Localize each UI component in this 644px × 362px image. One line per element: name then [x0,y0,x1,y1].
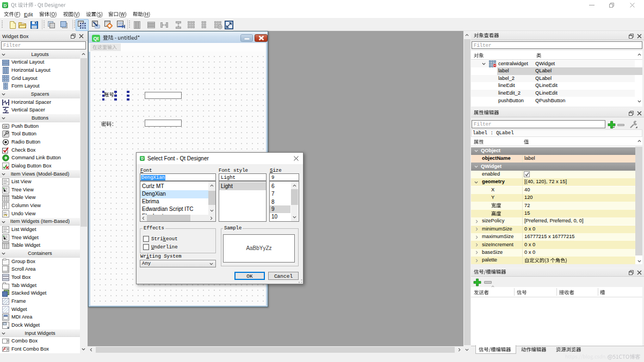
svg-text:123: 123 [117,22,122,25]
svg-text:D: D [141,157,144,160]
svg-text:Qt: Qt [94,36,99,41]
svg-text:OK: OK [4,125,8,128]
svg-text:D: D [4,3,7,8]
